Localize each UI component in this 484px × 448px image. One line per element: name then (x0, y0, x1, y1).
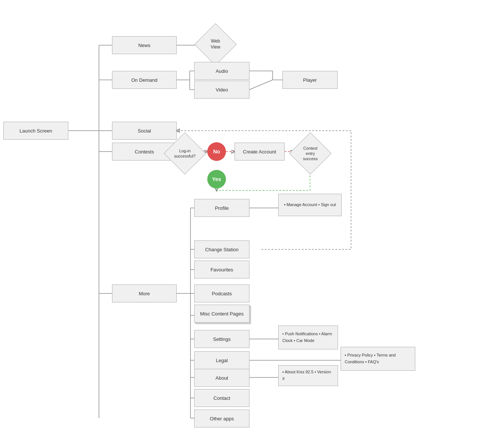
profile-detail-box: • Manage Account • Sign out (278, 194, 342, 216)
video-box: Video (194, 81, 249, 99)
settings-box: Settings (194, 330, 249, 348)
on-demand-box: On Demand (112, 71, 177, 89)
settings-detail-box: • Push Notifications • Alarm Clock • Car… (278, 326, 338, 349)
change-station-box: Change Station (194, 240, 249, 258)
launch-screen-box: Launch Screen (3, 122, 68, 140)
more-box: More (112, 284, 177, 302)
audio-box: Audio (194, 62, 249, 80)
create-account-box: Create Account (235, 143, 285, 161)
favourites-box: Favourites (194, 261, 249, 279)
social-box: Social (112, 122, 177, 140)
other-apps-box: Other apps (194, 410, 249, 427)
no-button: No (207, 142, 226, 161)
about-box: About (194, 369, 249, 387)
yes-button: Yes (207, 170, 226, 189)
misc-content-box: Misc Content Pages (194, 305, 249, 323)
svg-line-10 (249, 80, 273, 90)
web-view-diamond: Web View (199, 28, 232, 61)
news-box: News (112, 36, 177, 54)
contact-box: Contact (194, 389, 249, 407)
about-detail-box: • About Kiss 92.5 • Version # (278, 365, 338, 386)
diagram-container: Launch Screen News Web View On Demand Au… (0, 0, 484, 448)
profile-box: Profile (194, 199, 249, 217)
player-box: Player (282, 71, 338, 89)
legal-box: Legal (194, 351, 249, 369)
podcasts-box: Podcasts (194, 284, 249, 302)
contest-success-diamond: Contest entry success (294, 137, 327, 170)
login-diamond: Log-in successful? (168, 137, 202, 170)
legal-detail-box: • Privacy Policy • Terms and Conditions … (341, 347, 415, 371)
